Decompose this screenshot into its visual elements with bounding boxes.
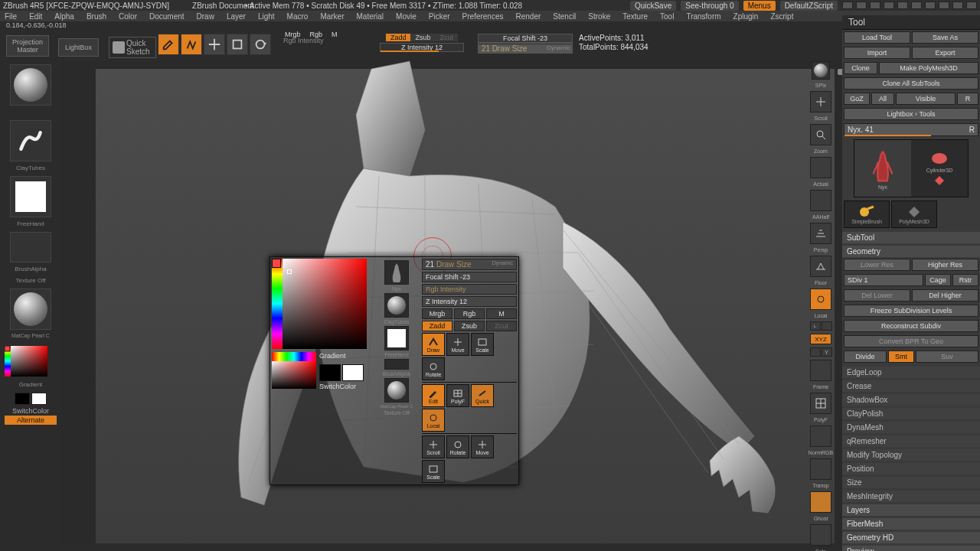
menu-transform[interactable]: Transform <box>686 12 720 21</box>
popup-zsub[interactable]: Zsub <box>454 321 485 331</box>
shadowbox-header[interactable]: ShadowBox <box>842 394 980 406</box>
zsub-button[interactable]: Zsub <box>410 34 435 41</box>
switchcolor-button[interactable]: SwitchColor <box>5 406 57 416</box>
cage-button[interactable]: Cage <box>925 274 951 286</box>
tool-selector[interactable]: Nyx Cylinder3D <box>854 139 969 197</box>
popup-swatch-black[interactable] <box>319 364 341 381</box>
popup-m[interactable]: M <box>486 308 517 319</box>
qremesher-header[interactable]: qRemesher <box>842 435 980 447</box>
lightbox-button[interactable]: LightBox <box>58 38 99 57</box>
menu-texture[interactable]: Texture <box>622 12 648 21</box>
lightbox-tools-button[interactable]: Lightbox › Tools <box>844 108 978 120</box>
menu-render[interactable]: Render <box>516 12 541 21</box>
seethrough-slider[interactable]: See-through 0 <box>681 1 738 11</box>
rotate-mode-button[interactable] <box>250 34 271 55</box>
popup-local[interactable]: Local <box>422 409 445 432</box>
load-tool-button[interactable]: Load Tool <box>844 31 910 44</box>
win-btn-2[interactable] <box>856 2 867 9</box>
move-mode-button[interactable] <box>204 34 225 55</box>
popup-alpha-thumb[interactable] <box>384 359 409 370</box>
layers-header[interactable]: Layers <box>842 504 980 516</box>
popup-move[interactable]: Move <box>446 333 469 356</box>
color-picker-large[interactable] <box>272 259 367 349</box>
crease-header[interactable]: Crease <box>842 380 980 392</box>
menu-zscript[interactable]: Zscript <box>770 12 793 21</box>
goz-r-button[interactable]: R <box>957 93 978 105</box>
subtool-header[interactable]: SubTool <box>842 232 980 243</box>
focal-shift-slider[interactable]: Focal Shift -23 <box>478 34 573 43</box>
win-btn-3[interactable] <box>870 2 880 9</box>
popup-polyf[interactable]: PolyF <box>446 384 469 407</box>
preview-header[interactable]: Preview <box>842 546 980 551</box>
dynamesh-header[interactable]: DynaMesh <box>842 422 980 433</box>
win-max[interactable] <box>952 2 963 9</box>
menu-preferences[interactable]: Preferences <box>462 12 504 21</box>
popup-switchcolor[interactable]: SwitchColor <box>319 383 356 390</box>
win-btn-4[interactable] <box>884 2 894 9</box>
menu-stencil[interactable]: Stencil <box>553 12 576 21</box>
import-button[interactable]: Import <box>844 47 910 59</box>
fibermesh-header[interactable]: FiberMesh <box>842 518 980 530</box>
suv-button[interactable]: Suv <box>916 350 978 363</box>
aahalf-button[interactable] <box>810 190 831 211</box>
claypolish-header[interactable]: ClayPolish <box>842 408 980 419</box>
draw-mode-button[interactable] <box>181 34 202 55</box>
menu-document[interactable]: Document <box>149 12 185 21</box>
rstr-button[interactable]: Rstr <box>952 274 978 286</box>
popup-z-intensity[interactable]: Z Intensity 12 <box>422 296 517 307</box>
modify-topology-header[interactable]: Modify Topology <box>842 449 980 461</box>
clone-button[interactable]: Clone <box>844 62 877 74</box>
popup-brush-thumb[interactable] <box>384 293 409 318</box>
freeze-subdiv-button[interactable]: Freeze SubDivision Levels <box>844 305 978 317</box>
material-thumb[interactable] <box>10 289 51 330</box>
save-as-button[interactable]: Save As <box>912 31 978 44</box>
menu-draw[interactable]: Draw <box>197 12 214 21</box>
del-higher-button[interactable]: Del Higher <box>912 289 978 302</box>
m-button[interactable]: M <box>327 31 342 38</box>
sdiv-slider[interactable]: SDiv 1 <box>844 274 923 286</box>
menu-macro[interactable]: Macro <box>287 12 309 21</box>
popup-focal-shift[interactable]: Focal Shift -23 <box>422 272 517 282</box>
ghost-button[interactable] <box>810 491 831 513</box>
z-intensity-slider[interactable]: Z Intensity 12 <box>380 43 464 52</box>
menu-brush[interactable]: Brush <box>87 12 106 21</box>
menu-material[interactable]: Material <box>357 12 384 21</box>
menu-light[interactable]: Light <box>258 12 275 21</box>
menu-edit[interactable]: Edit <box>29 12 42 21</box>
popup-quick[interactable]: Quick <box>471 384 494 407</box>
menu-file[interactable]: File <box>5 12 17 21</box>
popup-tool-thumb[interactable] <box>384 260 409 285</box>
popup-scroll[interactable]: Scroll <box>422 435 445 458</box>
menu-zplugin[interactable]: Zplugin <box>733 12 759 21</box>
size-header[interactable]: Size <box>842 477 980 488</box>
popup-rot2[interactable]: Rotate <box>446 435 469 458</box>
normrgb-button[interactable] <box>810 425 831 447</box>
stroke-thumb[interactable] <box>10 176 51 217</box>
convert-bpr-button[interactable]: Convert BPR To Geo <box>844 335 978 347</box>
goz-button[interactable]: GoZ <box>844 93 870 105</box>
transp-button[interactable] <box>810 458 831 480</box>
popup-draw[interactable]: Draw <box>422 333 445 356</box>
zadd-button[interactable]: Zadd <box>386 34 411 41</box>
defaultzscript-button[interactable]: DefaultZScript <box>780 1 838 11</box>
divide-button[interactable]: Divide <box>844 350 887 363</box>
win-btn-1[interactable] <box>842 2 853 9</box>
sv-cursor[interactable] <box>287 269 292 274</box>
zoom-button[interactable] <box>810 124 831 145</box>
polymesh3d-thumb[interactable]: PolyMesh3D <box>891 201 937 228</box>
menu-alpha[interactable]: Alpha <box>54 12 74 21</box>
polyf-button[interactable] <box>810 393 831 414</box>
gradient-label-popup[interactable]: Gradient <box>319 352 346 360</box>
popup-swatch-white[interactable] <box>342 364 364 381</box>
popup-zadd[interactable]: Zadd <box>422 321 452 331</box>
alternate-button[interactable]: Alternate <box>5 416 57 425</box>
render-thumb[interactable] <box>812 61 830 80</box>
xyz-button[interactable]: XYZ <box>810 334 831 344</box>
popup-sc2[interactable]: Scale <box>422 460 445 483</box>
popup-scale[interactable]: Scale <box>471 333 494 356</box>
scroll-button[interactable] <box>810 91 831 112</box>
menu-movie[interactable]: Movie <box>396 12 416 21</box>
make-polymesh3d-button[interactable]: Make PolyMesh3D <box>879 62 978 74</box>
export-button[interactable]: Export <box>912 47 978 59</box>
menu-tool[interactable]: Tool <box>660 12 674 21</box>
